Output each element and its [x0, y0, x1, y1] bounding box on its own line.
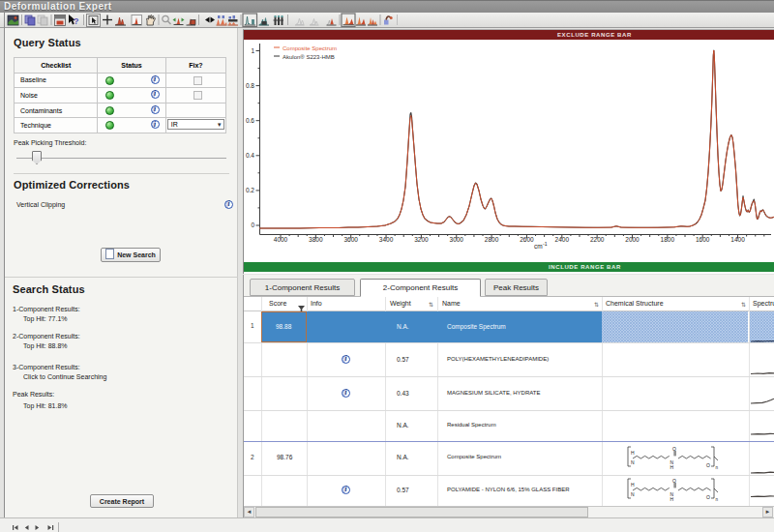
svg-text:1800: 1800: [661, 236, 675, 243]
svg-text:3600: 3600: [343, 236, 358, 243]
svg-text:?: ?: [74, 16, 79, 26]
svg-text:2400: 2400: [555, 236, 570, 243]
svg-text:Composite Spectrum: Composite Spectrum: [283, 45, 337, 51]
svg-text:Akulon® S223-HMB: Akulon® S223-HMB: [283, 54, 335, 60]
svg-text:4000: 4000: [274, 236, 288, 243]
svg-text:1400: 1400: [730, 236, 745, 243]
svg-text:0.2: 0.2: [246, 187, 254, 193]
svg-text:0.6: 0.6: [246, 117, 254, 124]
svg-text:O: O: [672, 478, 676, 484]
svg-text:3400: 3400: [379, 236, 394, 243]
svg-text:1600: 1600: [696, 236, 710, 243]
svg-text:3200: 3200: [414, 236, 429, 243]
svg-text:2200: 2200: [590, 236, 605, 243]
svg-text:N: N: [631, 491, 635, 497]
svg-text:1: 1: [251, 47, 254, 54]
svg-text:3000: 3000: [450, 236, 464, 243]
svg-text:H: H: [670, 496, 674, 502]
svg-text:2600: 2600: [520, 236, 534, 243]
svg-text:0.8: 0.8: [246, 82, 254, 89]
svg-text:H: H: [631, 482, 635, 488]
svg-text:O: O: [706, 462, 710, 468]
svg-text:-1: -1: [543, 241, 548, 247]
svg-text:3800: 3800: [309, 236, 323, 243]
svg-text:O: O: [672, 446, 676, 452]
svg-text:N: N: [631, 459, 635, 465]
svg-text:n: n: [716, 497, 719, 502]
svg-text:O: O: [706, 494, 710, 500]
svg-text:H: H: [670, 464, 674, 470]
svg-text:2000: 2000: [625, 236, 640, 243]
svg-text:H: H: [631, 450, 635, 456]
svg-text:n: n: [716, 465, 719, 470]
svg-text:0.4: 0.4: [246, 152, 254, 159]
svg-text:cm: cm: [534, 243, 543, 250]
svg-text:0: 0: [251, 222, 254, 228]
svg-text:2800: 2800: [485, 236, 499, 243]
